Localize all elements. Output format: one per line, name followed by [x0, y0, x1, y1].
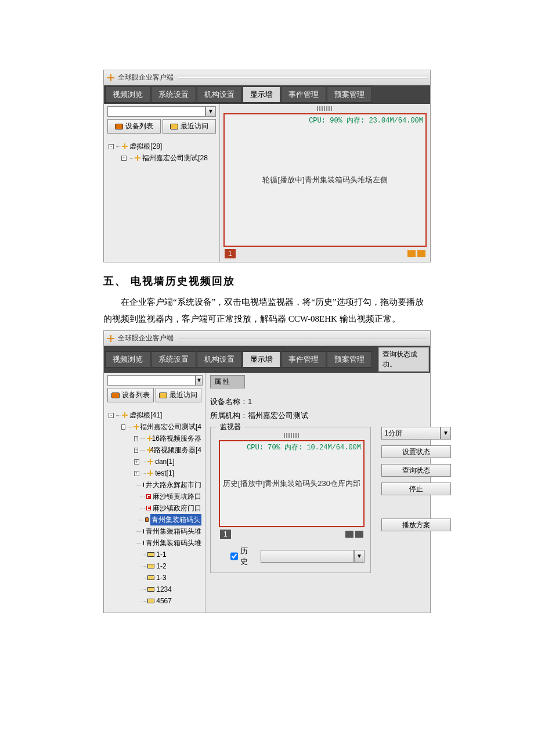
tree-item-label: 青州集装箱码头	[150, 514, 201, 525]
plan-icon	[147, 587, 154, 592]
history-checkbox[interactable]	[230, 552, 238, 560]
cam-icon	[143, 483, 144, 487]
expand-icon[interactable]: +	[134, 436, 138, 441]
tree-item[interactable]: ···· 青州集装箱码头堆	[109, 537, 201, 549]
collapse-icon[interactable]: -	[121, 424, 125, 430]
app-icon	[107, 74, 114, 81]
tab-recent[interactable]: 最近访问	[156, 388, 202, 402]
tree-item[interactable]: ···· 麻沙镇黄坑路口	[109, 491, 201, 502]
search-combo[interactable]: ▼	[107, 106, 216, 117]
search-input[interactable]	[107, 375, 196, 386]
tree-item[interactable]: ···· 1-2	[109, 560, 201, 572]
tree-item[interactable]: ···· 青州集装箱码头	[109, 514, 201, 525]
stop-button[interactable]: 停止	[381, 483, 451, 495]
menu-tab-4[interactable]: 事件管理	[281, 87, 326, 103]
menu-tab-2[interactable]: 机构设置	[197, 351, 242, 368]
menu-tab-5[interactable]: 预案管理	[327, 87, 372, 103]
tree-item[interactable]: ···· 青州集装箱码头堆	[109, 525, 201, 537]
plan-icon	[147, 575, 154, 580]
menu-tab-1[interactable]: 系统设置	[151, 87, 196, 103]
tree-item[interactable]: +···· 4路视频服务器[4	[109, 444, 201, 456]
collapse-icon[interactable]: -	[109, 413, 114, 418]
play-scheme-button[interactable]: 播放方案	[381, 519, 451, 531]
search-combo[interactable]: ▼	[107, 375, 201, 386]
tree-item[interactable]: ···· 麻沙镇政府门口	[109, 502, 201, 514]
chevron-down-icon[interactable]: ▼	[196, 375, 203, 386]
expand-icon[interactable]: +	[134, 448, 138, 453]
tree-item[interactable]: +···· test[1]	[109, 467, 201, 479]
drag-grip-icon[interactable]	[284, 433, 300, 438]
tree-item[interactable]: -···· 虚拟根[41]	[109, 409, 201, 421]
tab-recent-label: 最近访问	[181, 121, 208, 131]
menu-tab-0[interactable]: 视频浏览	[105, 351, 150, 368]
menu-tab-0[interactable]: 视频浏览	[105, 87, 150, 103]
app-title: 全球眼企业客户端	[118, 333, 174, 343]
app-window-2: 全球眼企业客户端 视频浏览系统设置机构设置显示墙事件管理预案管理查询状态成功。 …	[103, 330, 431, 613]
tree-item-label: 麻沙镇政府门口	[153, 502, 201, 514]
recent-icon	[159, 393, 167, 398]
tree-item-label: 虚拟根[41]	[129, 409, 162, 421]
properties-panel: 属 性 设备名称：1 所属机构：福州嘉宏公司测试 监视器 CPU: 70% 内存…	[205, 373, 456, 613]
cam-icon	[143, 529, 144, 534]
tree-item[interactable]: +···· 16路视频服务器	[109, 433, 201, 444]
tree-item[interactable]: ···· 井大路永辉超市门	[109, 479, 201, 491]
tab-recent-label: 最近访问	[169, 390, 197, 400]
tree-item-label: 青州集装箱码头堆	[146, 525, 201, 537]
tab-recent[interactable]: 最近访问	[163, 119, 216, 134]
cam-icon	[145, 517, 149, 522]
cross-icon	[147, 470, 153, 476]
expand-icon[interactable]: +	[134, 459, 139, 465]
tree-item[interactable]: +···· dan[1]	[109, 456, 201, 467]
tree-item[interactable]: ···· 1234	[109, 584, 201, 595]
system-stats: CPU: 90% 内存: 23.04M/64.00M	[309, 116, 423, 125]
menu-tab-4[interactable]: 事件管理	[281, 351, 326, 368]
history-row: 历史 ▼	[219, 546, 365, 567]
device-tree[interactable]: -···· 虚拟根[41]-···· 福州嘉宏公司测试[4+···· 16路视频…	[104, 405, 205, 609]
chevron-down-icon[interactable]: ▼	[205, 106, 216, 117]
menu-tab-1[interactable]: 系统设置	[151, 351, 196, 368]
menu-tab-3[interactable]: 显示墙	[243, 351, 280, 368]
drag-grip-icon[interactable]	[317, 106, 333, 111]
main-area: CPU: 90% 内存: 23.04M/64.00M 轮循[播放中]青州集装箱码…	[220, 104, 430, 262]
collapse-icon[interactable]: -	[109, 144, 114, 149]
menu-tab-3[interactable]: 显示墙	[243, 87, 280, 103]
video-caption: 轮循[播放中]青州集装箱码头堆场左侧	[225, 175, 425, 185]
menu-tab-5[interactable]: 预案管理	[327, 351, 372, 368]
video-index[interactable]: 1	[225, 249, 236, 258]
expand-icon[interactable]: +	[121, 156, 127, 161]
set-status-button[interactable]: 设置状态	[381, 445, 451, 458]
layout-buttons[interactable]	[407, 250, 425, 257]
video-panel[interactable]: CPU: 90% 内存: 23.04M/64.00M 轮循[播放中]青州集装箱码…	[223, 113, 427, 247]
screen-select[interactable]: 1分屏 ▼	[381, 427, 451, 440]
tree-item[interactable]: ···· 1-1	[109, 549, 201, 560]
menubar: 视频浏览系统设置机构设置显示墙事件管理预案管理查询状态成功。	[104, 346, 430, 373]
video-panel[interactable]: CPU: 70% 内存: 10.24M/64.00M 历史[播放中]青州集装箱码…	[219, 440, 365, 527]
system-stats: CPU: 70% 内存: 10.24M/64.00M	[247, 442, 361, 452]
tree-item[interactable]: -···· 虚拟根[28]	[109, 141, 216, 152]
chevron-down-icon[interactable]: ▼	[354, 550, 365, 563]
device-tree[interactable]: -···· 虚拟根[28]+···· 福州嘉宏公司测试[28	[104, 136, 219, 166]
tab-device-list[interactable]: 设备列表	[107, 119, 161, 134]
search-input[interactable]	[107, 106, 205, 117]
tree-item[interactable]: ···· 1-3	[109, 572, 201, 584]
tab-device-label: 设备列表	[125, 121, 153, 131]
chevron-down-icon[interactable]: ▼	[441, 427, 451, 440]
query-status-button[interactable]: 查询状态	[381, 464, 451, 477]
titlebar-divider	[178, 338, 427, 339]
history-checkbox-label[interactable]: 历史	[230, 546, 255, 567]
recent-icon	[170, 124, 178, 129]
layout-buttons[interactable]	[345, 531, 363, 538]
video-index[interactable]: 1	[220, 530, 231, 539]
menu-tab-2[interactable]: 机构设置	[197, 87, 242, 103]
expand-icon[interactable]: +	[134, 471, 139, 476]
tab-device-list[interactable]: 设备列表	[107, 388, 154, 402]
tree-item[interactable]: ···· 4567	[109, 595, 201, 607]
cam-icon	[143, 541, 144, 545]
cross-icon	[122, 143, 128, 149]
tree-item[interactable]: -···· 福州嘉宏公司测试[4	[109, 421, 201, 433]
plan-icon	[147, 564, 154, 568]
monitor-legend: 监视器	[217, 422, 244, 432]
camred-icon	[146, 494, 151, 499]
history-select[interactable]: ▼	[261, 550, 365, 563]
tree-item[interactable]: +···· 福州嘉宏公司测试[28	[109, 152, 216, 164]
